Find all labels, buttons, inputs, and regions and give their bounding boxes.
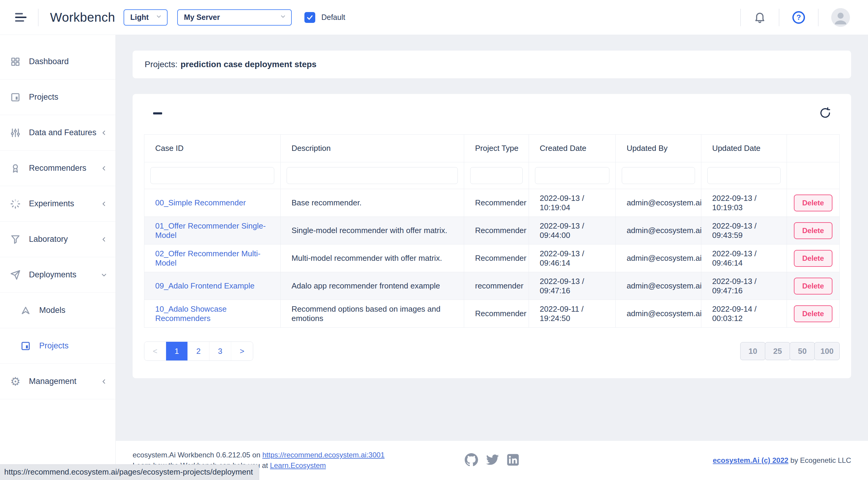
sidebar: Dashboard Projects Dat bbox=[0, 35, 116, 480]
sidebar-item-label: Dashboard bbox=[29, 57, 69, 66]
filter-input-created-date[interactable] bbox=[535, 167, 610, 184]
page-size-selector: 10 25 50 100 bbox=[740, 342, 840, 360]
hamburger-menu-icon[interactable] bbox=[15, 13, 27, 22]
sidebar-item-data-and-features[interactable]: Data and Features bbox=[0, 115, 116, 150]
project-type-cell: Recommender bbox=[464, 217, 529, 244]
gear-icon: ⚙ bbox=[9, 376, 22, 387]
column-header-updated-date: Updated Date bbox=[701, 135, 786, 162]
chevron-left-icon bbox=[100, 165, 107, 172]
page-size-50-button[interactable]: 50 bbox=[789, 342, 815, 360]
pagination-next-button[interactable]: > bbox=[231, 342, 253, 361]
filter-input-description[interactable] bbox=[287, 167, 458, 184]
sidebar-item-laboratory[interactable]: Laboratory bbox=[0, 221, 116, 257]
delete-button[interactable]: Delete bbox=[794, 222, 832, 239]
theme-select[interactable]: Light bbox=[124, 9, 167, 26]
sidebar-item-recommenders[interactable]: Recommenders bbox=[0, 150, 116, 186]
updated-date-cell: 2022-09-13 / 10:19:03 bbox=[701, 189, 786, 217]
page-size-10-button[interactable]: 10 bbox=[740, 342, 766, 360]
chevron-down-icon bbox=[156, 13, 162, 22]
sidebar-item-label: Models bbox=[39, 306, 65, 315]
page-size-100-button[interactable]: 100 bbox=[814, 342, 840, 360]
column-header-created-date: Created Date bbox=[529, 135, 615, 162]
updated-date-cell: 2022-09-14 / 00:03:12 bbox=[701, 300, 786, 328]
sidebar-item-label: Data and Features bbox=[29, 128, 96, 137]
top-bar: Workbench Light My Server Default bbox=[0, 0, 868, 35]
filter-input-case-id[interactable] bbox=[150, 167, 274, 184]
projects-table: Case ID Description Project Type Created… bbox=[144, 134, 840, 328]
pagination-page-1[interactable]: 1 bbox=[166, 342, 188, 361]
divider bbox=[38, 9, 38, 26]
sidebar-item-deployments[interactable]: Deployments bbox=[0, 257, 116, 293]
table-filter-row bbox=[144, 162, 840, 189]
sidebar-item-projects[interactable]: Projects bbox=[0, 79, 116, 115]
default-checkbox[interactable]: Default bbox=[304, 12, 345, 23]
page-size-25-button[interactable]: 25 bbox=[765, 342, 790, 360]
delete-button[interactable]: Delete bbox=[794, 195, 832, 211]
table-row: 00_Simple Recommender Base recommender. … bbox=[144, 189, 840, 217]
sidebar-item-projects-deployment[interactable]: Projects bbox=[0, 328, 116, 364]
status-url-tooltip: https://recommend.ecosystem.ai/pages/eco… bbox=[0, 464, 259, 480]
sidebar-item-label: Projects bbox=[29, 93, 59, 102]
award-icon bbox=[9, 163, 22, 173]
model-arrow-icon bbox=[19, 305, 32, 316]
footer-server-link[interactable]: https://recommend.ecosystem.ai:3001 bbox=[262, 451, 384, 459]
funnel-icon bbox=[9, 234, 22, 244]
created-date-cell: 2022-09-13 / 09:46:14 bbox=[529, 244, 615, 272]
description-cell: Adalo app recommender frontend example bbox=[281, 272, 464, 300]
case-id-link[interactable]: 01_Offer Recommender Single-Model bbox=[155, 221, 266, 240]
sidebar-item-label: Projects bbox=[39, 341, 69, 350]
project-type-cell: Recommender bbox=[464, 244, 529, 272]
chevron-down-icon bbox=[280, 13, 286, 22]
delete-button[interactable]: Delete bbox=[794, 250, 832, 267]
table-row: 10_Adalo Showcase Recommenders Recommend… bbox=[144, 300, 840, 328]
breadcrumb: Projects: prediction case deployment ste… bbox=[133, 50, 851, 78]
app-title: Workbench bbox=[50, 10, 115, 25]
footer-learn-link[interactable]: Learn.Ecosystem bbox=[270, 461, 326, 470]
project-type-cell: Recommender bbox=[464, 189, 529, 217]
filter-input-updated-date[interactable] bbox=[707, 167, 781, 184]
sidebar-item-dashboard[interactable]: Dashboard bbox=[0, 44, 116, 79]
filter-input-updated-by[interactable] bbox=[622, 167, 695, 184]
sidebar-item-experiments[interactable]: Experiments bbox=[0, 186, 116, 221]
sidebar-item-management[interactable]: ⚙ Management bbox=[0, 364, 116, 399]
dashboard-grid-icon bbox=[9, 57, 22, 67]
created-date-cell: 2022-09-13 / 09:44:00 bbox=[529, 217, 615, 244]
sidebar-item-label: Deployments bbox=[29, 270, 76, 279]
refresh-icon[interactable] bbox=[819, 107, 831, 120]
delete-button[interactable]: Delete bbox=[794, 305, 832, 322]
footer-copyright: ecosystem.Ai (c) 2022 by Ecogenetic LLC bbox=[519, 456, 851, 465]
case-id-link[interactable]: 02_Offer Recommender Multi-Model bbox=[155, 249, 260, 267]
case-id-link[interactable]: 00_Simple Recommender bbox=[155, 198, 246, 207]
updated-date-cell: 2022-09-13 / 09:43:59 bbox=[701, 217, 786, 244]
column-header-actions bbox=[786, 135, 839, 162]
sidebar-item-label: Experiments bbox=[29, 199, 74, 208]
pagination-prev-button[interactable]: < bbox=[144, 342, 166, 361]
projects-panel-icon bbox=[19, 341, 32, 351]
copyright-link[interactable]: ecosystem.Ai (c) 2022 bbox=[713, 456, 788, 464]
user-avatar[interactable] bbox=[831, 8, 850, 27]
updated-by-cell: admin@ecosystem.ai bbox=[616, 189, 701, 217]
pagination: < 1 2 3 > bbox=[144, 341, 253, 361]
twitter-icon[interactable] bbox=[486, 453, 499, 468]
case-id-link[interactable]: 09_Adalo Frontend Example bbox=[155, 281, 255, 290]
checkbox-checked-icon bbox=[304, 12, 315, 23]
github-icon[interactable] bbox=[464, 453, 478, 468]
case-id-link[interactable]: 10_Adalo Showcase Recommenders bbox=[155, 304, 227, 323]
svg-text:?: ? bbox=[796, 13, 801, 22]
pagination-page-2[interactable]: 2 bbox=[188, 342, 210, 361]
divider bbox=[740, 9, 741, 26]
project-type-cell: Recommender bbox=[464, 300, 529, 328]
sidebar-item-models[interactable]: Models bbox=[0, 293, 116, 328]
linkedin-icon[interactable] bbox=[507, 453, 519, 467]
updated-date-cell: 2022-09-13 / 09:46:14 bbox=[701, 244, 786, 272]
delete-button[interactable]: Delete bbox=[794, 278, 832, 295]
server-select[interactable]: My Server bbox=[177, 9, 292, 26]
collapse-button[interactable] bbox=[152, 109, 163, 117]
filter-input-project-type[interactable] bbox=[470, 167, 523, 184]
updated-date-cell: 2022-09-13 / 09:47:16 bbox=[701, 272, 786, 300]
help-icon[interactable]: ? bbox=[792, 11, 805, 24]
bell-icon[interactable] bbox=[753, 11, 766, 24]
sliders-icon bbox=[9, 128, 22, 138]
pagination-page-3[interactable]: 3 bbox=[210, 342, 231, 361]
table-header-row: Case ID Description Project Type Created… bbox=[144, 135, 840, 162]
